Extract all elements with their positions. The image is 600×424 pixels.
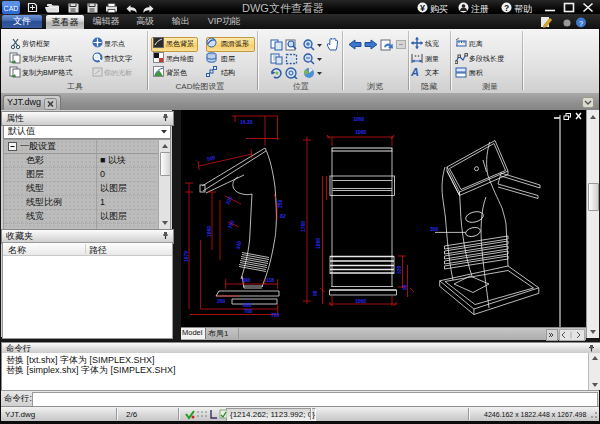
- svg-text:90: 90: [402, 284, 408, 290]
- svg-text:?: ?: [504, 3, 509, 13]
- svg-text:260: 260: [217, 298, 226, 304]
- svg-text:118: 118: [266, 277, 274, 283]
- svg-text:CAD: CAD: [4, 5, 19, 12]
- svg-text:1679: 1679: [183, 251, 189, 262]
- svg-text:1060: 1060: [353, 116, 364, 122]
- svg-text:700: 700: [244, 308, 253, 314]
- svg-text:1060: 1060: [206, 226, 212, 237]
- svg-text:320: 320: [396, 265, 402, 274]
- svg-text:82: 82: [280, 213, 286, 219]
- svg-text:?: ?: [579, 19, 583, 28]
- svg-text:¥: ¥: [420, 3, 425, 13]
- svg-text:1060: 1060: [355, 129, 366, 135]
- svg-text:490: 490: [242, 277, 251, 283]
- svg-text:1060: 1060: [355, 298, 366, 304]
- svg-text:1760: 1760: [300, 221, 306, 232]
- svg-text:16.20: 16.20: [240, 119, 253, 125]
- svg-text:1060: 1060: [315, 238, 321, 249]
- svg-text:90: 90: [312, 290, 318, 296]
- svg-text:700: 700: [271, 312, 280, 318]
- svg-text:259: 259: [277, 199, 283, 208]
- svg-text:300: 300: [430, 226, 439, 232]
